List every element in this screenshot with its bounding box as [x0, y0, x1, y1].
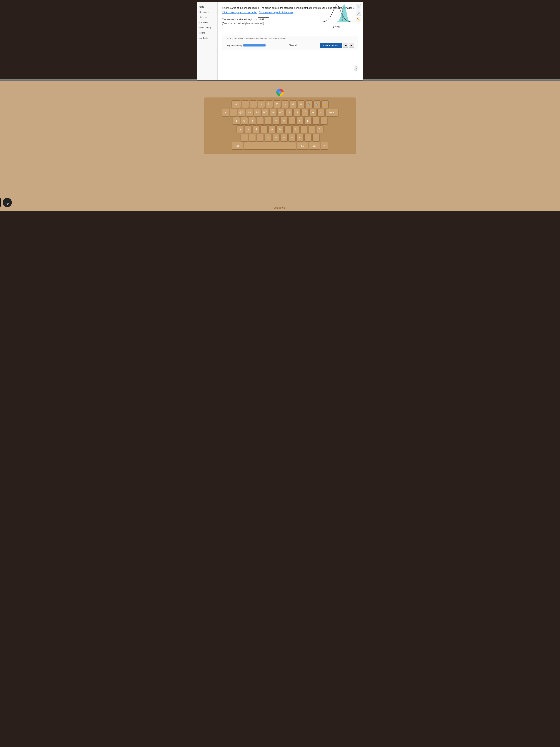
key-x[interactable]: x	[249, 134, 256, 141]
key-1[interactable]: ! 1	[230, 109, 237, 116]
nav-arrows: ◀ ▶	[343, 43, 354, 48]
z-value-label: z = 0.63	[322, 26, 352, 28]
enter-answer-label: Enter your answer in the answer box and …	[226, 37, 286, 40]
sidebar-item-contents[interactable]: tents	[197, 4, 217, 9]
key-9[interactable]: ( 9	[294, 109, 300, 116]
answer-prefix: The area of the shaded region is	[222, 18, 257, 21]
progress-bar	[243, 44, 266, 47]
key-k[interactable]: k	[292, 125, 299, 133]
key-e[interactable]: e	[249, 117, 256, 125]
key-r[interactable]: r	[257, 117, 264, 125]
key-ctrl[interactable]: ctri	[309, 142, 320, 150]
key-row-qwerty: q w e r t y u i o p { }	[206, 117, 354, 125]
key-fullscreen[interactable]: ☐	[266, 100, 273, 108]
key-lt[interactable]: <	[296, 134, 303, 141]
table-link-2[interactable]: Click to view page 2 of the table.	[259, 11, 293, 14]
key-5[interactable]: % 5	[262, 109, 269, 116]
key-7[interactable]: & 7	[277, 109, 285, 116]
key-mute[interactable]: ✱	[298, 100, 304, 108]
all-parts-area: All parts showing	[226, 44, 266, 47]
hp-logo-area: 60 hp	[0, 198, 12, 207]
key-l[interactable]: l	[300, 125, 308, 133]
key-d[interactable]: d	[252, 125, 260, 133]
key-colon[interactable]: :	[308, 125, 315, 133]
sidebar-item-success[interactable]: Success	[197, 15, 217, 20]
check-answer-button[interactable]: Check Answer	[320, 43, 342, 48]
key-y[interactable]: y	[273, 117, 279, 125]
sidebar-item-sessions[interactable]: ssions	[197, 30, 217, 35]
right-icons-panel: 🔍 🔎 ✏️	[356, 4, 361, 22]
key-0[interactable]: ) 0	[301, 109, 309, 116]
key-v[interactable]: v	[265, 134, 272, 141]
search-icon[interactable]: 🔍	[356, 4, 361, 9]
key-quote[interactable]: "	[316, 125, 323, 133]
zoom-icon[interactable]: 🔎	[356, 10, 361, 16]
key-bright-down[interactable]: ○	[282, 100, 289, 108]
key-q[interactable]: q	[233, 117, 240, 125]
edit-icon[interactable]: ✏️	[356, 17, 361, 22]
key-2[interactable]: @ 2	[238, 109, 245, 116]
key-row-bottom: alt alt ctri <	[206, 142, 354, 150]
key-tilde[interactable]: ~	[222, 109, 229, 116]
key-space[interactable]	[244, 142, 296, 150]
key-o[interactable]: o	[296, 117, 303, 125]
chart-area: z = 0.63	[322, 4, 352, 28]
key-chevron-left[interactable]: <	[321, 142, 328, 150]
key-back[interactable]: ←	[242, 100, 249, 108]
key-bright-up[interactable]: ◎	[290, 100, 297, 108]
next-arrow[interactable]: ▶	[349, 43, 354, 48]
key-minus[interactable]: —	[310, 109, 317, 116]
key-6[interactable]: ^ 6	[270, 109, 277, 116]
laptop-body: esc ← → c ☐ ◫ ○ ◎ ✱ 🔈 🔊 🔒 ~ ! 1 @ 2 # 3 …	[0, 81, 560, 211]
key-c[interactable]: c	[257, 134, 264, 141]
clear-all-button[interactable]: Clear All	[289, 44, 297, 47]
table-link-1[interactable]: Click to view page 1 of the table.	[222, 11, 257, 14]
key-h[interactable]: h	[276, 125, 284, 133]
key-esc[interactable]: esc	[232, 100, 241, 108]
key-b[interactable]: b	[273, 134, 279, 141]
key-j[interactable]: j	[285, 125, 292, 133]
key-gt[interactable]: >	[304, 134, 312, 141]
sidebar-item-course-tools[interactable]: rse Tools	[197, 35, 217, 41]
key-f[interactable]: f	[261, 125, 268, 133]
key-vol-up[interactable]: 🔊	[314, 100, 321, 108]
key-forward[interactable]: →	[250, 100, 257, 108]
key-w[interactable]: w	[241, 117, 248, 125]
sidebar: tents Resources Success r Success nedia …	[197, 2, 218, 80]
key-alt-left[interactable]: alt	[232, 142, 243, 150]
sidebar-item-media-library[interactable]: nedia Library	[197, 25, 217, 30]
key-z[interactable]: z	[241, 134, 248, 141]
key-p[interactable]: p	[304, 117, 312, 125]
key-t[interactable]: t	[265, 117, 272, 125]
keyboard: esc ← → c ☐ ◫ ○ ◎ ✱ 🔈 🔊 🔒 ~ ! 1 @ 2 # 3 …	[204, 98, 356, 154]
key-rbrace[interactable]: }	[320, 117, 327, 125]
key-multitask[interactable]: ◫	[274, 100, 281, 108]
sidebar-item-r-success[interactable]: r Success	[197, 20, 217, 25]
answer-input[interactable]	[258, 18, 269, 21]
key-8[interactable]: * 8	[286, 109, 293, 116]
bottom-text: em going.	[274, 206, 286, 209]
key-vol-down[interactable]: 🔈	[305, 100, 313, 108]
key-refresh[interactable]: c	[258, 100, 265, 108]
key-question[interactable]: ?	[313, 134, 319, 141]
sidebar-item-resources[interactable]: Resources	[197, 9, 217, 15]
key-3[interactable]: # 3	[246, 109, 253, 116]
key-u[interactable]: u	[281, 117, 288, 125]
key-m[interactable]: m	[289, 134, 296, 141]
key-lbrace[interactable]: {	[313, 117, 319, 125]
key-row-fn: esc ← → c ☐ ◫ ○ ◎ ✱ 🔈 🔊 🔒	[206, 100, 354, 108]
key-g[interactable]: g	[268, 125, 275, 133]
prev-arrow[interactable]: ◀	[343, 43, 348, 48]
key-a[interactable]: a	[237, 125, 244, 133]
key-alt-right[interactable]: alt	[297, 142, 308, 150]
key-i[interactable]: i	[289, 117, 296, 125]
key-plus[interactable]: +	[317, 109, 324, 116]
key-n[interactable]: n	[281, 134, 288, 141]
chrome-logo	[276, 88, 284, 96]
key-4[interactable]: $ 4	[254, 109, 261, 116]
key-lock[interactable]: 🔒	[321, 100, 328, 108]
hp-logo: hp	[3, 198, 12, 207]
key-s[interactable]: s	[245, 125, 252, 133]
key-backspace[interactable]: back	[325, 109, 338, 116]
help-button[interactable]: ?	[354, 66, 358, 71]
